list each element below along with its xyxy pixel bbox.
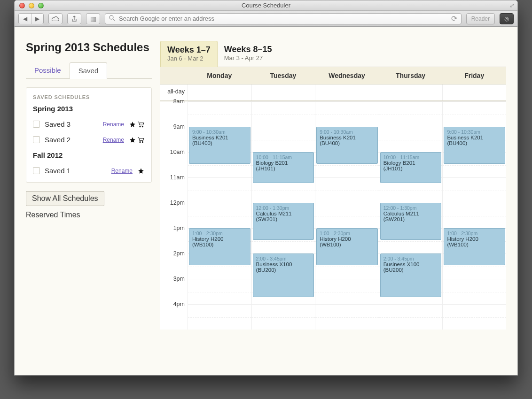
address-bar[interactable]: ⟳ [105, 13, 462, 24]
saved-schedule-row: Saved 2Rename [33, 132, 145, 147]
schedule-checkbox[interactable] [33, 136, 40, 143]
calendar-event[interactable]: 10:00 - 11:15amBiology B201(JH101) [253, 152, 314, 183]
hour-slot[interactable] [252, 304, 315, 330]
event-title: Business X100 [383, 261, 438, 267]
share-button[interactable] [67, 13, 81, 24]
hour-slot[interactable] [315, 203, 379, 228]
downloads-button[interactable]: ◎ [500, 13, 514, 24]
event-title: Biology B201 [256, 160, 311, 166]
week-tabs: Weeks 1–7Jan 6 - Mar 2Weeks 8–15Mar 3 - … [160, 41, 506, 67]
forward-button[interactable]: ▶ [31, 14, 43, 24]
cart-icon[interactable] [137, 137, 145, 143]
event-room: (BU400) [447, 140, 502, 146]
show-all-schedules-button[interactable]: Show All Schedules [26, 191, 104, 206]
calendar-event[interactable]: 9:00 - 10:30amBusiness K201(BU400) [189, 127, 250, 164]
svg-point-4 [142, 141, 143, 142]
hour-slot[interactable] [188, 101, 251, 127]
calendar-event[interactable]: 9:00 - 10:30amBusiness K201(BU400) [316, 127, 378, 164]
event-title: Biology B201 [383, 160, 438, 166]
hour-slot[interactable] [315, 279, 379, 304]
calendar-event[interactable]: 12:00 - 1:30pmCalculus M211(SW201) [253, 203, 314, 240]
rename-link[interactable]: Rename [103, 121, 124, 128]
calendar-event[interactable]: 10:00 - 11:15amBiology B201(JH101) [380, 152, 442, 183]
calendar-event[interactable]: 12:00 - 1:30pmCalculus M211(SW201) [380, 203, 442, 240]
event-room: (JH101) [256, 166, 311, 171]
event-time: 12:00 - 1:30pm [383, 205, 438, 211]
hour-slot[interactable] [443, 177, 506, 203]
hour-slot[interactable] [252, 127, 315, 152]
hour-label: 11am [160, 174, 188, 200]
hour-slot[interactable] [315, 177, 379, 203]
schedule-name[interactable]: Saved 3 [45, 120, 103, 128]
grid-button[interactable]: ▦ [86, 13, 100, 24]
hour-slot[interactable] [443, 101, 506, 127]
calendar-grid: 8am9am10am11am12pm1pm2pm3pm4pm 9:00 - 10… [160, 101, 506, 330]
event-time: 1:00 - 2:30pm [320, 230, 375, 236]
page-body: Spring 2013 Schedules Possible Saved SAV… [15, 27, 517, 375]
schedule-checkbox[interactable] [33, 167, 40, 174]
window-zoom-button[interactable] [38, 3, 44, 8]
address-input[interactable] [119, 15, 447, 22]
reserved-times-link[interactable]: Reserved Times [26, 211, 152, 219]
hour-slot[interactable] [252, 101, 315, 127]
star-icon[interactable] [137, 168, 145, 174]
tab-possible[interactable]: Possible [26, 62, 70, 79]
event-title: Business K201 [447, 135, 502, 140]
week-tab[interactable]: Weeks 8–15Mar 3 - Apr 27 [218, 41, 279, 67]
day-column: 10:00 - 11:15amBiology B201(JH101)12:00 … [379, 101, 443, 330]
event-time: 10:00 - 11:15am [383, 154, 438, 160]
reload-icon[interactable]: ⟳ [451, 14, 457, 23]
hour-slot[interactable] [188, 203, 251, 228]
hour-slot[interactable] [315, 304, 379, 330]
hour-slot[interactable] [379, 304, 443, 330]
hour-slot[interactable] [188, 279, 251, 304]
all-day-cell[interactable] [315, 84, 379, 100]
star-icon[interactable] [129, 137, 136, 143]
calendar-event[interactable]: 1:00 - 2:30pmHistory H200(WB100) [316, 228, 378, 265]
hour-slot[interactable] [379, 127, 443, 152]
sidebar-tabs: Possible Saved [26, 62, 152, 79]
hour-slot[interactable] [443, 304, 506, 330]
back-button[interactable]: ◀ [19, 14, 31, 24]
calendar-event[interactable]: 2:00 - 3:45pmBusiness X100(BU200) [253, 253, 314, 297]
calendar-event[interactable]: 9:00 - 10:30amBusiness K201(BU400) [444, 127, 505, 164]
window-close-button[interactable] [19, 3, 25, 8]
day-column: 9:00 - 10:30amBusiness K201(BU400)1:00 -… [442, 101, 506, 330]
event-time: 9:00 - 10:30am [320, 129, 375, 135]
day-header: Tuesday [251, 67, 315, 84]
all-day-cell[interactable] [379, 84, 443, 100]
cart-icon[interactable] [137, 121, 145, 128]
hour-slot[interactable] [188, 304, 251, 330]
all-day-cell[interactable] [442, 84, 506, 100]
tab-saved[interactable]: Saved [70, 62, 108, 79]
page-title: Spring 2013 Schedules [26, 41, 152, 54]
all-day-cell[interactable] [188, 84, 251, 100]
icloud-button[interactable] [48, 13, 63, 24]
event-title: Calculus M211 [383, 211, 438, 216]
calendar-event[interactable]: 1:00 - 2:30pmHistory H200(WB100) [444, 228, 505, 265]
reader-button[interactable]: Reader [466, 13, 495, 24]
hour-slot[interactable] [188, 177, 251, 203]
schedule-name[interactable]: Saved 2 [45, 136, 103, 144]
hour-label: 2pm [160, 250, 188, 276]
all-day-cell[interactable] [251, 84, 315, 100]
event-room: (JH101) [383, 166, 438, 171]
week-tab[interactable]: Weeks 1–7Jan 6 - Mar 2 [160, 41, 218, 67]
calendar-event[interactable]: 2:00 - 3:45pmBusiness X100(BU200) [380, 253, 442, 297]
day-header-row: MondayTuesdayWednesdayThursdayFriday [160, 67, 506, 84]
window-fullscreen-icon[interactable]: ⤢ [509, 2, 515, 9]
rename-link[interactable]: Rename [111, 168, 133, 174]
window-minimize-button[interactable] [29, 3, 34, 8]
hour-slot[interactable] [379, 101, 443, 127]
hour-slot[interactable] [443, 279, 506, 304]
rename-link[interactable]: Rename [103, 137, 124, 143]
star-icon[interactable] [129, 121, 136, 128]
day-header: Wednesday [315, 67, 379, 84]
event-room: (BU200) [256, 267, 311, 273]
calendar-event[interactable]: 1:00 - 2:30pmHistory H200(WB100) [189, 228, 250, 265]
schedule-checkbox[interactable] [33, 121, 40, 128]
hour-slot[interactable] [315, 101, 379, 127]
hour-slot[interactable] [443, 203, 506, 228]
schedule-name[interactable]: Saved 1 [45, 167, 111, 175]
event-time: 2:00 - 3:45pm [256, 256, 311, 261]
